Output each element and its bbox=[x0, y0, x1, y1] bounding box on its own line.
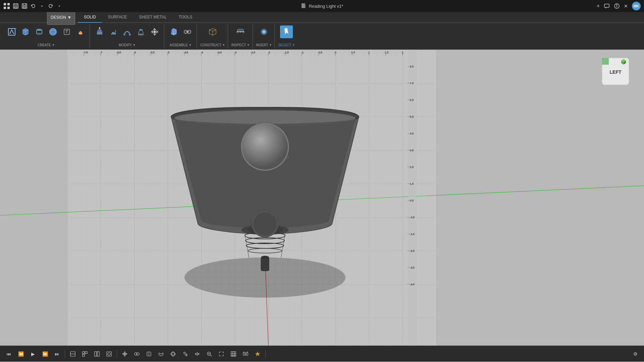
svg-text:LEFT: LEFT bbox=[610, 69, 622, 75]
next-btn[interactable]: ⏩ bbox=[40, 349, 50, 359]
joint-tool-btn[interactable] bbox=[131, 349, 142, 359]
viewport[interactable]: -7.5 -7 -6.5 -6 -5.5 -5 -4.5 -4 -3.5 -3 … bbox=[0, 50, 644, 346]
undo-icon[interactable] bbox=[30, 3, 36, 9]
tab-tools[interactable]: TOOLS bbox=[173, 12, 198, 23]
display-settings-btn[interactable] bbox=[240, 349, 251, 359]
select-label[interactable]: SELECT ▼ bbox=[278, 43, 295, 47]
svg-text:-3: -3 bbox=[234, 51, 237, 54]
modify-tools bbox=[93, 25, 161, 38]
sweep-btn[interactable] bbox=[121, 25, 133, 38]
revolve-btn[interactable] bbox=[107, 25, 120, 38]
construct-tools bbox=[206, 25, 219, 38]
sketch-btn[interactable] bbox=[5, 25, 18, 38]
settings-btn[interactable]: ⚙ bbox=[630, 349, 641, 359]
sphere-btn[interactable] bbox=[47, 25, 59, 38]
select-btn[interactable] bbox=[280, 25, 293, 38]
svg-point-152 bbox=[186, 355, 187, 356]
move-tool-btn[interactable] bbox=[119, 349, 130, 359]
grid-toggle-btn[interactable] bbox=[228, 349, 239, 359]
modify-label[interactable]: MODIFY ▼ bbox=[119, 43, 136, 47]
assemble-label[interactable]: ASSEMBLE ▼ bbox=[170, 43, 192, 47]
create-label[interactable]: CREATE ▼ bbox=[38, 43, 55, 47]
view-cube[interactable]: LEFT bbox=[600, 56, 631, 86]
form-btn[interactable] bbox=[74, 25, 87, 38]
inspect-tools bbox=[234, 25, 247, 38]
toolbar-buttons: CREATE ▼ bbox=[0, 23, 644, 50]
user-avatar[interactable]: MK bbox=[632, 2, 641, 10]
svg-rect-7 bbox=[23, 6, 26, 8]
insert-tools bbox=[258, 25, 270, 38]
svg-rect-157 bbox=[231, 352, 236, 356]
inspect-label[interactable]: INSPECT ▼ bbox=[231, 43, 250, 47]
svg-rect-141 bbox=[95, 352, 97, 356]
title-controls: + ✕ MK bbox=[597, 2, 641, 10]
display-mode-1[interactable] bbox=[67, 349, 78, 359]
prev-btn[interactable]: ⏪ bbox=[15, 349, 26, 359]
zoom-btn[interactable] bbox=[204, 349, 215, 359]
notification-icon[interactable] bbox=[614, 3, 620, 9]
pan-btn[interactable] bbox=[192, 349, 203, 359]
close-btn[interactable]: ✕ bbox=[624, 3, 628, 9]
display-mode-3[interactable] bbox=[92, 349, 102, 359]
tab-solid[interactable]: SOLID bbox=[78, 12, 102, 23]
display-mode-4[interactable] bbox=[104, 349, 114, 359]
move-btn[interactable] bbox=[148, 25, 161, 38]
scale-btn[interactable] bbox=[60, 25, 73, 38]
redo-icon[interactable] bbox=[48, 3, 54, 9]
svg-text:-1.5: -1.5 bbox=[410, 233, 415, 236]
box-btn[interactable] bbox=[19, 25, 32, 38]
skip-to-end-btn[interactable]: ⏭ bbox=[52, 349, 62, 359]
tab-sheet-metal[interactable]: SHEET METAL bbox=[133, 12, 173, 23]
svg-text:2.5: 2.5 bbox=[410, 166, 414, 169]
svg-point-23 bbox=[138, 34, 144, 36]
svg-point-22 bbox=[129, 34, 131, 36]
look-at-btn[interactable] bbox=[180, 349, 191, 359]
svg-text:1: 1 bbox=[368, 51, 370, 54]
svg-rect-128 bbox=[261, 257, 269, 271]
file-icon[interactable] bbox=[13, 3, 19, 9]
undo-dropdown-icon[interactable] bbox=[39, 3, 45, 9]
svg-point-15 bbox=[37, 33, 42, 35]
app-menu[interactable] bbox=[3, 3, 62, 9]
tab-surface[interactable]: SURFACE bbox=[102, 12, 133, 23]
plane-btn[interactable] bbox=[206, 25, 219, 38]
svg-rect-143 bbox=[107, 352, 111, 356]
svg-rect-2 bbox=[4, 7, 6, 9]
grid-background: -7.5 -7 -6.5 -6 -5.5 -5 -4.5 -4 -3.5 -3 … bbox=[0, 50, 644, 346]
svg-rect-45 bbox=[408, 50, 417, 346]
loft-btn[interactable] bbox=[135, 25, 147, 38]
extrude-btn[interactable] bbox=[93, 25, 106, 38]
svg-point-14 bbox=[37, 29, 42, 31]
constraint-btn[interactable] bbox=[144, 349, 154, 359]
measure-btn[interactable] bbox=[234, 25, 247, 38]
save-icon[interactable] bbox=[21, 3, 28, 9]
new-component-btn[interactable] bbox=[167, 25, 180, 38]
play-btn[interactable]: ▶ bbox=[28, 349, 38, 359]
group-inspect: INSPECT ▼ bbox=[229, 24, 253, 48]
group-insert: INSERT ▼ bbox=[253, 24, 275, 48]
chat-icon[interactable] bbox=[604, 3, 610, 9]
redo-dropdown-icon[interactable] bbox=[56, 3, 62, 9]
cylinder-btn[interactable] bbox=[33, 25, 46, 38]
svg-point-38 bbox=[263, 31, 265, 33]
design-dropdown[interactable]: DESIGN ▼ bbox=[47, 10, 75, 25]
insert-btn[interactable] bbox=[258, 25, 270, 38]
apps-icon[interactable] bbox=[3, 3, 10, 9]
add-tab-btn[interactable]: + bbox=[597, 3, 600, 9]
svg-text:-3.5: -3.5 bbox=[410, 266, 415, 269]
orbit-btn[interactable] bbox=[168, 349, 178, 359]
svg-rect-142 bbox=[97, 352, 99, 356]
joint-btn[interactable] bbox=[181, 25, 194, 38]
svg-text:-1.5: -1.5 bbox=[284, 51, 289, 54]
sep3 bbox=[265, 350, 266, 358]
svg-point-25 bbox=[154, 31, 156, 33]
snap-btn[interactable] bbox=[252, 349, 263, 359]
construct-label[interactable]: CONSTRUCT ▼ bbox=[200, 43, 225, 47]
skip-to-start-btn[interactable]: ⏮ bbox=[3, 349, 14, 359]
section-btn[interactable] bbox=[156, 349, 166, 359]
svg-text:-0.5: -0.5 bbox=[410, 216, 415, 219]
svg-point-11 bbox=[616, 5, 617, 5]
display-mode-2[interactable] bbox=[79, 349, 90, 359]
insert-label[interactable]: INSERT ▼ bbox=[256, 43, 272, 47]
fit-view-btn[interactable] bbox=[216, 349, 227, 359]
